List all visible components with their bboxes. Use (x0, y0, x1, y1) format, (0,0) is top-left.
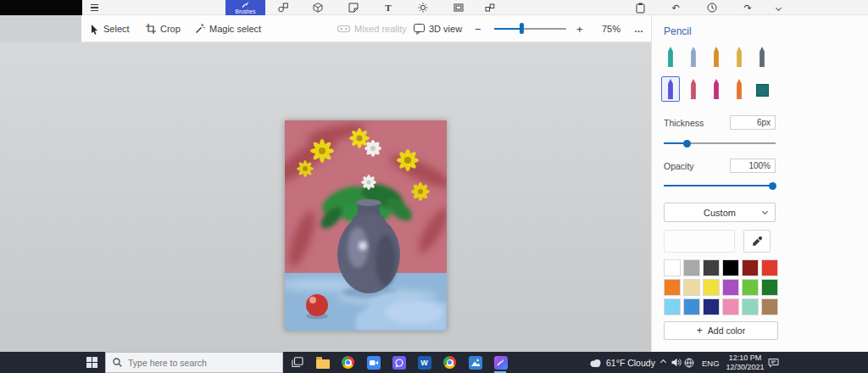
palette-swatch[interactable] (742, 298, 759, 315)
browser-icon[interactable] (442, 355, 457, 370)
weather-widget[interactable]: 61°F Cloudy (589, 352, 655, 373)
history-icon[interactable] (706, 2, 718, 14)
palette-swatch[interactable] (722, 279, 739, 296)
opacity-slider[interactable] (664, 185, 776, 186)
crop-button[interactable]: Crop (146, 15, 181, 42)
crop-label: Crop (160, 24, 181, 34)
palette-swatch[interactable] (683, 279, 700, 296)
collapse-ribbon-icon[interactable] (772, 2, 784, 14)
top-icon-bar: Brushes T ↶ ↷ (0, 0, 868, 15)
zoom-slider[interactable] (494, 28, 566, 30)
notifications-icon[interactable] (766, 355, 781, 370)
white-flower-2 (361, 175, 376, 190)
thickness-label: Thickness (664, 118, 704, 128)
redo-icon[interactable]: ↷ (742, 2, 754, 14)
file-explorer-icon[interactable] (315, 355, 330, 370)
start-button[interactable] (86, 357, 97, 368)
viber-icon[interactable] (392, 355, 406, 370)
chevron-down-icon (762, 209, 768, 214)
oil-brush-icon[interactable] (707, 44, 726, 70)
canvas-icon[interactable] (453, 2, 465, 14)
select-button[interactable]: Select (90, 15, 130, 42)
effects-icon[interactable] (417, 2, 429, 14)
palette-swatch[interactable] (664, 259, 681, 276)
calligraphy-pen-brush-icon[interactable] (684, 44, 703, 70)
painting-canvas[interactable] (285, 120, 447, 331)
cloud-icon (589, 359, 602, 367)
stickers-icon[interactable] (348, 2, 359, 14)
window-edge (0, 0, 82, 15)
palette-swatch[interactable] (761, 298, 778, 315)
zoom-slider-handle[interactable] (520, 23, 524, 34)
palette-swatch[interactable] (703, 279, 720, 296)
menu-glyph (91, 4, 98, 11)
magic-wand-icon (195, 24, 205, 34)
watercolor-brush-icon[interactable] (730, 44, 748, 70)
taskbar-search[interactable] (105, 352, 283, 373)
thickness-slider-handle[interactable] (683, 140, 691, 148)
palette-swatch[interactable] (664, 298, 681, 315)
2d-shapes-icon[interactable] (277, 2, 289, 14)
thickness-slider[interactable] (664, 142, 776, 144)
spray-can-brush-icon[interactable] (730, 76, 748, 102)
palette-swatch[interactable] (742, 259, 759, 276)
more-options-button[interactable]: … (634, 15, 643, 42)
custom-color-dropdown[interactable]: Custom (664, 203, 776, 222)
paint-3d-icon[interactable] (493, 355, 508, 370)
opacity-value-input[interactable]: 100% (730, 159, 776, 173)
palette-swatch[interactable] (722, 259, 739, 276)
magic-select-button[interactable]: Magic select (195, 15, 261, 42)
zoom-out-button[interactable]: − (475, 15, 481, 42)
text-icon[interactable]: T (382, 2, 394, 14)
fill-brush-icon[interactable] (753, 76, 771, 102)
magic-select-label: Magic select (209, 24, 261, 34)
language-indicator[interactable]: ENG (702, 359, 720, 368)
custom-label: Custom (704, 208, 736, 218)
palette-swatch[interactable] (722, 298, 739, 315)
palette-swatch[interactable] (683, 259, 700, 276)
pencil-brush-icon[interactable] (661, 76, 680, 102)
canvas-area (0, 42, 651, 352)
yellow-flower-4 (411, 182, 430, 201)
mixed-reality-label: Mixed reality (354, 24, 407, 34)
tab-brushes[interactable]: Brushes (225, 0, 265, 15)
thickness-value-input[interactable]: 6px (730, 115, 776, 130)
clock-date: 12/30/2021 (726, 363, 765, 372)
paste-icon[interactable] (634, 2, 646, 14)
mixed-reality-icon (337, 25, 350, 33)
zoom-slider-fill (494, 28, 521, 30)
opacity-slider-handle[interactable] (769, 182, 776, 190)
pixel-pen-brush-icon[interactable] (753, 44, 771, 70)
palette-swatch[interactable] (703, 298, 720, 315)
palette-swatch[interactable] (761, 279, 778, 296)
network-icon[interactable] (682, 355, 696, 370)
3d-view-label: 3D view (429, 24, 462, 34)
chrome-icon[interactable] (341, 355, 355, 370)
crayon-brush-icon[interactable] (707, 76, 726, 102)
eyedropper-button[interactable] (743, 230, 771, 253)
palette-swatch[interactable] (761, 259, 778, 276)
search-input[interactable] (128, 358, 264, 368)
palette-swatch[interactable] (683, 298, 700, 315)
weather-label: 61°F Cloudy (606, 358, 655, 368)
taskbar-clock[interactable]: 12:10 PM 12/30/2021 (726, 354, 765, 372)
palette-swatch[interactable] (742, 279, 759, 296)
3d-view-button[interactable]: 3D view (414, 15, 462, 42)
palette-swatch[interactable] (664, 279, 681, 296)
palette-swatch[interactable] (703, 259, 720, 276)
current-color-swatch (664, 230, 735, 253)
add-color-button[interactable]: + Add color (664, 321, 778, 340)
marker-brush-icon[interactable] (661, 44, 680, 70)
undo-icon[interactable]: ↶ (670, 2, 682, 14)
menu-icon[interactable] (88, 2, 100, 14)
word-icon[interactable]: W (417, 355, 431, 370)
task-view-icon[interactable] (290, 355, 304, 370)
eraser-brush-icon[interactable] (684, 76, 703, 102)
color-palette (664, 259, 778, 315)
3d-shapes-icon[interactable] (312, 2, 324, 14)
zoom-icon[interactable] (366, 355, 381, 370)
zoom-in-button[interactable]: + (576, 15, 583, 42)
photos-icon[interactable] (468, 355, 482, 370)
3d-library-icon[interactable] (484, 2, 496, 14)
crop-icon (146, 24, 156, 34)
